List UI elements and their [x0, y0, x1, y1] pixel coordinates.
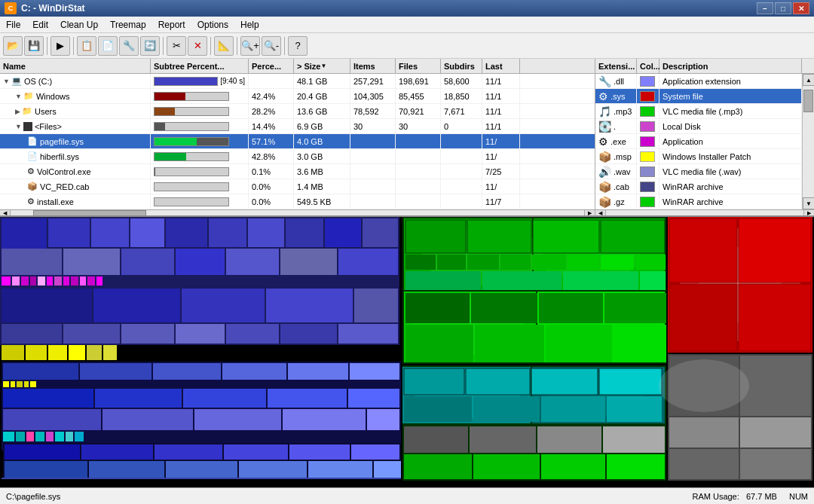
toolbar-save[interactable]: 💾 — [24, 36, 44, 56]
scroll-down-btn[interactable]: ▼ — [803, 197, 814, 209]
ext-row[interactable]: 📦.msp Windows Installer Patch — [595, 149, 802, 164]
row-icon: 📁 — [22, 106, 32, 116]
menu-treemap[interactable]: Treemap — [104, 18, 152, 32]
treemap-block — [183, 389, 266, 408]
col-header-name[interactable]: Name — [0, 59, 151, 73]
ext-row[interactable]: 📦.cab WinRAR archive — [595, 179, 802, 194]
ext-icon: 🔊 — [598, 166, 611, 178]
tree-row[interactable]: ▼ <Files> 14.4% 6.9 GB 30 30 0 11/1 — [0, 119, 595, 134]
status-right: RAM Usage: 67.7 MB NUM — [692, 492, 808, 501]
ext-color-cell — [637, 119, 659, 133]
tree-row[interactable]: ▼ 📁 Windows 42.4% 20.4 GB 104,305 85,455… — [0, 89, 595, 104]
tree-row[interactable]: 📄 hiberfil.sys 42.8% 3.0 GB 11/ — [0, 149, 595, 164]
expand-icon[interactable]: ▼ — [3, 78, 10, 85]
toolbar-help[interactable]: ? — [288, 36, 308, 56]
treemap-block — [599, 368, 662, 395]
tree-view[interactable]: Name Subtree Percent... Perce... > Size … — [0, 59, 595, 215]
expand-icon[interactable]: ▼ — [15, 93, 22, 100]
scroll-thumb[interactable] — [33, 210, 146, 216]
row-icon: 📦 — [27, 182, 38, 191]
col-header-last[interactable]: Last — [482, 59, 520, 73]
row-subdirs: 58,600 — [441, 74, 482, 88]
treemap-block — [531, 368, 598, 395]
treemap-block — [54, 276, 62, 286]
tree-row-selected[interactable]: 📄 pagefile.sys 57.1% 4.0 GB 11/ — [0, 134, 595, 149]
ext-list: 🔧.dll Application extension ⚙.sys — [595, 74, 802, 209]
ext-color-cell — [637, 149, 659, 163]
ext-row[interactable]: 🔊.wav VLC media file (.wav) — [595, 164, 802, 179]
ext-row[interactable]: ⚙.exe Application — [595, 134, 802, 149]
minimize-button[interactable]: − — [757, 2, 773, 14]
toolbar-zoom-out[interactable]: 🔍- — [262, 36, 281, 56]
col-header-percent[interactable]: Perce... — [249, 59, 294, 73]
tree-row[interactable]: ▶ 📁 Users 28.2% 13.6 GB 78,592 70,921 7,… — [0, 104, 595, 119]
tree-row[interactable]: ▼ 💻 OS (C:) [9:40 s] 48.1 GB 257,291 198… — [0, 74, 595, 89]
treemap-block — [640, 271, 666, 290]
treemap-block — [153, 363, 221, 380]
ext-scroll-right[interactable]: ▶ — [803, 210, 814, 215]
tree-row[interactable]: 📦 VC_RED.cab 0.0% 1.4 MB 11/ — [0, 179, 595, 194]
treemap-block — [3, 363, 78, 380]
scroll-thumb[interactable] — [803, 90, 813, 112]
row-files: 70,921 — [396, 104, 441, 118]
row-percent — [249, 74, 294, 88]
toolbar-play[interactable]: ▶ — [50, 36, 70, 56]
menu-help[interactable]: Help — [234, 18, 265, 32]
toolbar-settings[interactable]: 🔧 — [119, 36, 139, 56]
expand-icon[interactable]: ▼ — [15, 123, 22, 130]
ext-row[interactable]: 🔧.dll Application extension — [595, 74, 802, 89]
scroll-up-btn[interactable]: ▲ — [803, 74, 814, 86]
subtree-bar — [154, 122, 229, 131]
col-header-items[interactable]: Items — [350, 59, 396, 73]
treemap-block — [266, 289, 353, 322]
treemap-block — [26, 345, 47, 360]
ext-row-selected[interactable]: ⚙.sys System file — [595, 89, 802, 104]
toolbar-delete[interactable]: ✕ — [188, 36, 207, 56]
toolbar-select[interactable]: 📐 — [214, 36, 234, 56]
ext-row[interactable]: 🎵.mp3 VLC media file (.mp3) — [595, 104, 802, 119]
toolbar-doc[interactable]: 📄 — [98, 36, 118, 56]
treemap-block — [437, 255, 466, 270]
treemap-block — [103, 409, 193, 430]
col-header-size[interactable]: > Size — [294, 59, 350, 73]
title-bar-controls[interactable]: − □ ✕ — [757, 2, 809, 14]
menu-edit[interactable]: Edit — [26, 18, 54, 32]
treemap-block — [21, 276, 29, 286]
tree-row[interactable]: ⚙ install.exe 0.0% 549.5 KB 11/7 — [0, 194, 595, 209]
toolbar-zoom-in[interactable]: 🔍+ — [240, 36, 260, 56]
treemap-block — [603, 426, 665, 453]
scroll-right-btn[interactable]: ▶ — [584, 210, 595, 216]
ext-col-header-desc[interactable]: Description — [659, 59, 802, 73]
close-button[interactable]: ✕ — [793, 2, 809, 14]
ext-scroll-left[interactable]: ◀ — [595, 210, 606, 215]
ext-col-header-ext[interactable]: Extensi... — [595, 59, 637, 73]
toolbar-cut[interactable]: ✂ — [167, 36, 186, 56]
ext-scrollbar[interactable]: ▲ ▼ — [802, 74, 814, 209]
col-header-subtree[interactable]: Subtree Percent... — [151, 59, 249, 73]
tree-row[interactable]: ⚙ VolControl.exe 0.1% 3.6 MB 7/25 — [0, 164, 595, 179]
col-header-subdirs[interactable]: Subdirs — [441, 59, 482, 73]
col-header-files[interactable]: Files — [396, 59, 441, 73]
toolbar-copy[interactable]: 📋 — [77, 36, 96, 56]
h-scrollbar[interactable]: ◀ ▶ — [0, 209, 595, 215]
ext-row[interactable]: 📦.gz WinRAR archive — [595, 194, 802, 209]
color-swatch — [640, 91, 655, 102]
ext-row[interactable]: 💽. Local Disk — [595, 119, 802, 134]
menu-cleanup[interactable]: Clean Up — [54, 18, 104, 32]
menu-options[interactable]: Options — [191, 18, 234, 32]
treemap-separator — [2, 478, 401, 479]
menu-bar: File Edit Clean Up Treemap Report Option… — [0, 17, 814, 33]
toolbar-refresh[interactable]: 🔄 — [140, 36, 160, 56]
ext-desc: VLC media file (.wav) — [659, 164, 802, 179]
treemap-block — [338, 249, 398, 275]
scroll-left-btn[interactable]: ◀ — [0, 210, 11, 216]
treemap-area[interactable] — [0, 217, 814, 487]
row-percent: 0.0% — [249, 194, 294, 209]
maximize-button[interactable]: □ — [775, 2, 791, 14]
ext-h-scrollbar[interactable]: ◀ ▶ — [595, 209, 814, 215]
expand-icon[interactable]: ▶ — [15, 108, 20, 115]
ext-col-header-color[interactable]: Col... — [637, 59, 659, 73]
menu-report[interactable]: Report — [152, 18, 191, 32]
toolbar-open[interactable]: 📂 — [3, 36, 23, 56]
menu-file[interactable]: File — [0, 18, 26, 32]
